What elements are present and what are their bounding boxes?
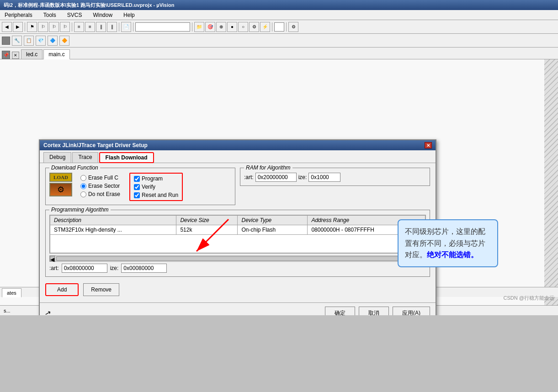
algo-table: Description Device Size Device Type Addr… xyxy=(50,215,425,253)
menu-help[interactable]: Help xyxy=(121,11,138,19)
tb2-btn-5[interactable]: 🔶 xyxy=(59,36,69,46)
tab-trace-label: Trace xyxy=(78,154,92,160)
radio-do-not-erase[interactable]: Do not Erase xyxy=(80,191,120,197)
dialog-close-btn[interactable]: ✕ xyxy=(425,142,432,148)
algo-size-input[interactable] xyxy=(121,264,167,273)
horiz-scrollbar[interactable]: ◀ ▶ xyxy=(49,255,426,262)
radio-erase-full-input[interactable] xyxy=(80,175,86,181)
download-function-label: Download Function xyxy=(49,164,100,171)
tb-sep-2 xyxy=(72,22,72,32)
check-verify-input[interactable] xyxy=(134,184,140,190)
check-reset-run[interactable]: Reset and Run xyxy=(134,192,178,198)
tb-btn-6[interactable]: ≡ xyxy=(74,22,84,32)
tab-main-c[interactable]: main.c xyxy=(43,49,69,59)
check-verify[interactable]: Verify xyxy=(134,184,178,190)
tb-sep-1 xyxy=(25,22,25,32)
table-row[interactable]: STM32F10x High-density ... 512k On-chip … xyxy=(50,225,425,235)
ram-start-label: :art: xyxy=(244,174,254,180)
menu-peripherals[interactable]: Peripherals xyxy=(2,11,35,19)
dialog-tab-bar: Debug Trace Flash Download xyxy=(40,150,436,163)
title-text: 码\2，标准例程-库函数版本\实验1 跑马灯实验\USER\LED.uvproj… xyxy=(4,2,174,9)
check-program-input[interactable] xyxy=(134,176,140,182)
radio-erase-sector-input[interactable] xyxy=(80,183,86,189)
tb2-btn-4[interactable]: 🔷 xyxy=(48,36,58,46)
ok-button[interactable]: 确定 xyxy=(325,307,355,315)
toolbar-1: ◀ ▶ ⚑ ⚐ ⚐ ⚐ ≡ ≡ ∥ ∥ 📄 📁 🎯 ⊕ ● ○ ⚙ ⚡ ⚙ xyxy=(0,20,558,34)
close-tab-btn[interactable]: ✕ xyxy=(12,52,19,59)
tb-btn-16[interactable]: ⚙ xyxy=(249,22,259,32)
cell-device-type: On-chip Flash xyxy=(238,225,308,235)
tb-back-btn[interactable]: ◀ xyxy=(2,22,12,32)
tb2-btn-2[interactable]: 📋 xyxy=(24,36,34,46)
table-row-empty xyxy=(50,235,425,253)
tb-btn-8[interactable]: ∥ xyxy=(96,22,106,32)
tb-sep-6 xyxy=(272,22,272,32)
add-button[interactable]: Add xyxy=(45,283,79,296)
scroll-left-btn[interactable]: ◀ xyxy=(50,256,55,261)
menu-tools[interactable]: Tools xyxy=(41,11,59,19)
ram-algorithm-group: RAM for Algorithm :art: ize: xyxy=(240,168,430,186)
col-description: Description xyxy=(50,216,176,225)
tab-trace[interactable]: Trace xyxy=(72,152,98,163)
tb2-btn-1[interactable]: 🔧 xyxy=(12,36,22,46)
tb-btn-17[interactable]: ⚡ xyxy=(260,22,270,32)
load-icon-bottom: ⚙ xyxy=(49,183,72,196)
check-program-label: Program xyxy=(142,175,163,182)
algo-start-label: :art: xyxy=(49,265,59,271)
tb-btn-18[interactable]: ⚙ xyxy=(288,22,298,32)
check-verify-label: Verify xyxy=(142,184,155,190)
ram-fields: :art: ize: xyxy=(244,173,426,182)
col-device-type: Device Type xyxy=(238,216,308,225)
zoom-box[interactable] xyxy=(274,22,284,32)
tb-btn-3[interactable]: ⚐ xyxy=(38,22,48,32)
radio-do-not-erase-input[interactable] xyxy=(80,191,86,197)
apply-button[interactable]: 应用(A) xyxy=(393,307,430,315)
remove-button[interactable]: Remove xyxy=(83,283,119,296)
menu-window[interactable]: Window xyxy=(90,11,115,19)
top-section: Download Function LOAD ⚙ xyxy=(45,168,430,210)
algo-table-scroll[interactable]: Description Device Size Device Type Addr… xyxy=(49,215,426,254)
menu-svcs[interactable]: SVCS xyxy=(64,11,85,19)
tb-btn-7[interactable]: ≡ xyxy=(85,22,95,32)
cancel-button[interactable]: 取消 xyxy=(359,307,389,315)
tab-debug-label: Debug xyxy=(49,154,65,160)
tb-btn-10[interactable]: 📄 xyxy=(121,22,131,32)
annotation-blue-text: 绝对不能选错。 xyxy=(427,251,478,259)
dialog-title-text: Cortex JLink/JTrace Target Driver Setup xyxy=(43,142,148,148)
tb-btn-9[interactable]: ∥ xyxy=(107,22,117,32)
target-select[interactable] xyxy=(135,22,190,32)
algo-start-input[interactable] xyxy=(62,264,107,273)
ram-size-input[interactable] xyxy=(308,173,340,182)
col-device-size: Device Size xyxy=(176,216,238,225)
tab-debug[interactable]: Debug xyxy=(43,152,71,163)
radio-erase-sector[interactable]: Erase Sector xyxy=(80,183,120,189)
ide-content: Cortex JLink/JTrace Target Driver Setup … xyxy=(0,59,558,315)
tb-fwd-btn[interactable]: ▶ xyxy=(13,22,23,32)
tb-btn-2[interactable]: ⚑ xyxy=(27,22,37,32)
tb-btn-13[interactable]: ⊕ xyxy=(216,22,226,32)
radio-erase-full[interactable]: Erase Full C xyxy=(80,175,120,181)
algo-size-label: ize: xyxy=(110,265,119,271)
option-checkboxes: Program Verify Reset and Run xyxy=(129,173,183,201)
prog-algo-label: Programming Algorithm xyxy=(49,207,111,213)
add-label: Add xyxy=(57,286,67,293)
tb-btn-4[interactable]: ⚐ xyxy=(49,22,59,32)
check-reset-run-input[interactable] xyxy=(134,192,140,198)
tb2-btn-3[interactable]: 💎 xyxy=(36,36,46,46)
cell-description: STM32F10x High-density ... xyxy=(50,225,176,235)
tb-btn-5[interactable]: ⚐ xyxy=(60,22,70,32)
check-program[interactable]: Program xyxy=(134,175,178,182)
scroll-track[interactable] xyxy=(56,256,419,261)
apply-label: 应用(A) xyxy=(402,310,420,315)
ram-row-start: :art: ize: xyxy=(244,173,426,182)
tb-btn-15[interactable]: ○ xyxy=(238,22,248,32)
ok-label: 确定 xyxy=(335,310,345,315)
tb-btn-14[interactable]: ● xyxy=(227,22,237,32)
tb-btn-11[interactable]: 📁 xyxy=(194,22,204,32)
dialog-backdrop: Cortex JLink/JTrace Target Driver Setup … xyxy=(0,59,558,315)
tb-btn-12[interactable]: 🎯 xyxy=(205,22,215,32)
tab-led-c[interactable]: led.c xyxy=(21,49,43,59)
ram-start-input[interactable] xyxy=(255,173,297,182)
tab-flash-download[interactable]: Flash Download xyxy=(99,152,154,163)
cursor-area: ↖ xyxy=(45,307,321,315)
